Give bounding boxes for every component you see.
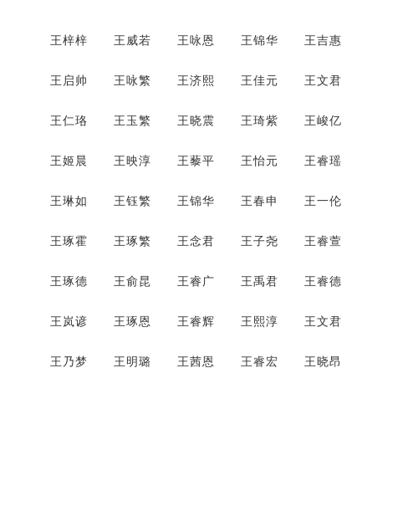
name-cell-8-1: 王明璐 xyxy=(114,355,177,370)
row-4: 王琳如王钰繁王锦华王春申王一伦 xyxy=(50,194,368,209)
row-0: 王梓梓王威若王咏恩王锦华王吉惠 xyxy=(50,33,368,49)
row-7: 王岚谚王琢恩王睿辉王熙淳王文君 xyxy=(50,315,368,330)
name-cell-3-2: 王藜平 xyxy=(177,154,241,169)
name-cell-3-0: 王姬晨 xyxy=(50,154,114,169)
name-cell-8-2: 王茜恩 xyxy=(177,355,241,370)
name-cell-3-1: 王映淳 xyxy=(114,154,177,169)
name-cell-4-1: 王钰繁 xyxy=(114,194,177,209)
name-cell-8-3: 王睿宏 xyxy=(241,355,304,370)
name-cell-0-2: 王咏恩 xyxy=(177,33,241,49)
name-cell-3-4: 王睿瑶 xyxy=(304,154,368,169)
name-cell-6-4: 王睿德 xyxy=(304,274,368,289)
name-cell-2-2: 王晓震 xyxy=(177,114,241,129)
name-cell-1-2: 王济熙 xyxy=(177,74,241,89)
name-cell-4-0: 王琳如 xyxy=(50,194,114,209)
name-cell-0-0: 王梓梓 xyxy=(50,33,114,49)
name-cell-7-2: 王睿辉 xyxy=(177,315,241,330)
name-cell-4-3: 王春申 xyxy=(241,194,304,209)
name-cell-4-4: 王一伦 xyxy=(304,194,368,209)
name-cell-7-0: 王岚谚 xyxy=(50,315,114,330)
name-cell-0-1: 王威若 xyxy=(114,33,177,49)
name-cell-6-2: 王睿广 xyxy=(177,274,241,289)
name-cell-2-4: 王峻亿 xyxy=(304,114,368,129)
name-cell-5-4: 王睿萱 xyxy=(304,234,368,249)
row-3: 王姬晨王映淳王藜平王怡元王睿瑶 xyxy=(50,154,368,169)
name-cell-7-3: 王熙淳 xyxy=(241,315,304,330)
name-cell-5-2: 王念君 xyxy=(177,234,241,249)
name-cell-8-0: 王乃梦 xyxy=(50,355,114,370)
name-cell-5-3: 王子尧 xyxy=(241,234,304,249)
name-cell-6-1: 王俞昆 xyxy=(114,274,177,289)
name-cell-7-1: 王琢恩 xyxy=(114,315,177,330)
name-cell-1-0: 王启帅 xyxy=(50,74,114,89)
name-cell-6-3: 王禹君 xyxy=(241,274,304,289)
name-cell-8-4: 王晓昂 xyxy=(304,355,368,370)
name-cell-1-4: 王文君 xyxy=(304,74,368,89)
name-cell-5-1: 王琢繁 xyxy=(114,234,177,249)
row-6: 王琢德王俞昆王睿广王禹君王睿德 xyxy=(50,274,368,289)
name-cell-3-3: 王怡元 xyxy=(241,154,304,169)
name-cell-2-1: 王玉繁 xyxy=(114,114,177,129)
main-content: 王梓梓王威若王咏恩王锦华王吉惠王启帅王咏繁王济熙王佳元王文君王仁珞王玉繁王晓震王… xyxy=(0,0,418,428)
name-cell-1-3: 王佳元 xyxy=(241,74,304,89)
name-cell-0-3: 王锦华 xyxy=(241,33,304,49)
name-cell-0-4: 王吉惠 xyxy=(304,33,368,49)
name-cell-2-0: 王仁珞 xyxy=(50,114,114,129)
name-cell-5-0: 王琢霍 xyxy=(50,234,114,249)
row-5: 王琢霍王琢繁王念君王子尧王睿萱 xyxy=(50,234,368,249)
row-1: 王启帅王咏繁王济熙王佳元王文君 xyxy=(50,74,368,89)
row-2: 王仁珞王玉繁王晓震王琦紫王峻亿 xyxy=(50,114,368,129)
name-cell-1-1: 王咏繁 xyxy=(114,74,177,89)
row-8: 王乃梦王明璐王茜恩王睿宏王晓昂 xyxy=(50,355,368,370)
name-cell-2-3: 王琦紫 xyxy=(241,114,304,129)
name-cell-7-4: 王文君 xyxy=(304,315,368,330)
name-cell-4-2: 王锦华 xyxy=(177,194,241,209)
name-cell-6-0: 王琢德 xyxy=(50,274,114,289)
